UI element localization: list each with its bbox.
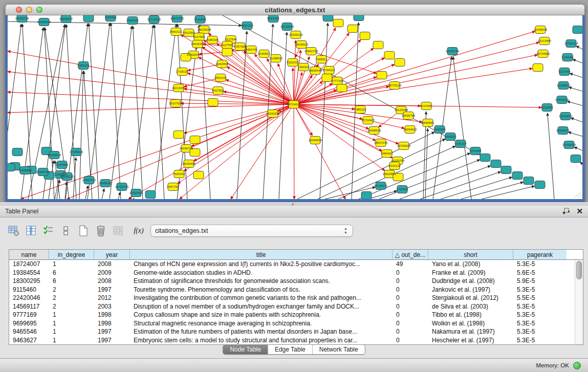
graph-edge[interactable] [569,87,582,92]
graph-node[interactable] [333,19,343,27]
graph-node[interactable] [491,160,501,168]
graph-node[interactable] [323,15,333,21]
table-row[interactable]: 911546021997Tourette syndrome. Phenomeno… [9,286,583,294]
graph-node[interactable] [535,181,545,189]
graph-node[interactable] [573,26,582,34]
graph-node[interactable] [480,154,490,162]
graph-edge[interactable] [294,40,296,104]
graph-edge[interactable] [294,104,294,199]
show-columns-icon[interactable] [24,224,39,238]
delete-icon[interactable] [93,224,108,238]
column-header-6[interactable]: pagerank [513,250,567,259]
graph-edge[interactable] [8,72,294,104]
graph-node[interactable] [208,99,218,106]
select-rows-icon[interactable] [41,224,56,238]
graph-node[interactable] [173,131,184,139]
graph-node[interactable] [373,41,383,49]
table-row[interactable]: 1456911722003Disruption of a novel membe… [9,302,583,311]
column-header-5[interactable]: short [428,250,513,259]
graph-edge[interactable] [73,158,76,199]
graph-edge[interactable] [570,73,582,78]
graph-node[interactable] [571,155,581,163]
graph-edge[interactable] [49,161,54,199]
new-column-icon[interactable] [76,224,91,238]
table-row[interactable]: 1938455462009Genome-wide association stu… [9,269,583,277]
graph-node[interactable] [395,59,405,67]
graph-edge[interactable] [482,186,534,199]
table-row[interactable]: 946554611997Estimation of the future num… [9,327,583,336]
graph-node[interactable] [512,172,522,180]
graph-edge[interactable] [8,24,21,199]
network-window-titlebar[interactable]: citations_edges.txt [5,4,585,15]
table-row[interactable]: 1872400712008Changes of HCN gene express… [9,260,583,269]
float-panel-icon[interactable] [562,208,570,215]
graph-edge[interactable] [118,192,120,199]
graph-edge[interactable] [294,104,541,107]
table-row[interactable]: 969969511998Structural magnetic resonanc… [9,319,583,328]
graph-edge[interactable] [571,118,582,122]
graph-node[interactable] [347,25,358,33]
graph-edge[interactable] [88,23,110,199]
graph-edge[interactable] [420,172,501,199]
graph-edge[interactable] [134,198,134,199]
column-header-0[interactable]: name [9,250,49,259]
graph-edge[interactable] [237,31,247,199]
graph-node[interactable] [8,164,15,171]
panel-resize-divider[interactable]: ▲ [0,202,588,206]
scrollbar-thumb[interactable] [576,261,582,279]
graph-edge[interactable] [128,104,294,199]
graph-node[interactable] [322,74,332,82]
graph-edge[interactable] [223,15,480,155]
table-row[interactable]: 2242004622012Investigating the contribut… [9,294,583,302]
import-table-icon[interactable] [111,224,126,238]
graph-edge[interactable] [573,59,582,63]
tab-network-table[interactable]: Network Table [312,345,365,354]
graph-node[interactable] [377,72,387,79]
close-panel-icon[interactable]: ✕ [576,208,583,215]
graph-node[interactable] [337,84,347,92]
graph-edge[interactable] [294,48,374,104]
graph-edge[interactable] [110,26,132,199]
tab-node-table[interactable]: Node Table [223,345,268,354]
memory-status-icon[interactable] [573,362,581,369]
row-height-icon[interactable] [58,224,74,238]
graph-edge[interactable] [111,23,121,199]
table-select-combo[interactable]: citations_edges.txt ▲▼ [150,225,353,237]
graph-edge[interactable] [569,132,582,137]
graph-edge[interactable] [293,68,294,104]
graph-edge[interactable] [155,25,164,199]
graph-node[interactable] [12,148,23,156]
graph-edge[interactable] [8,104,294,113]
table-mode-icon[interactable] [6,224,21,238]
graph-edge[interactable] [425,128,428,199]
table-scrollbar[interactable] [575,260,583,344]
column-header-2[interactable]: year [94,250,130,259]
graph-node[interactable] [533,64,543,72]
graph-node[interactable] [361,192,372,200]
graph-node[interactable] [354,15,364,21]
tab-edge-table[interactable]: Edge Table [268,345,312,354]
graph-edge[interactable] [568,101,582,106]
table-row[interactable]: 946362711997Embryonic stem cells: a mode… [9,336,583,345]
table-row[interactable]: 977716911998Corpus callosum shape and si… [9,311,583,319]
function-builder-icon[interactable]: f(x) [131,224,146,238]
graph-node[interactable] [360,32,370,40]
graph-edge[interactable] [548,113,554,199]
column-header-1[interactable]: in_degree [49,250,94,259]
graph-edge[interactable] [294,75,312,104]
graph-node[interactable] [384,52,395,59]
graph-node[interactable] [145,191,156,199]
graph-edge[interactable] [576,46,582,50]
graph-edge[interactable] [21,104,294,199]
graph-node[interactable] [190,136,200,144]
network-canvas[interactable]: 1872400789601228912954182260589127505165… [8,15,582,199]
graph-node[interactable] [193,171,204,179]
graph-edge[interactable] [359,153,470,199]
graph-node[interactable] [222,49,232,56]
window-resize-grip[interactable] [573,190,581,198]
graph-edge[interactable] [400,166,491,199]
graph-edge[interactable] [102,189,104,199]
graph-edge[interactable] [574,147,582,151]
column-header-4[interactable]: △ out_de... [393,250,428,259]
column-header-3[interactable]: title [130,250,393,259]
